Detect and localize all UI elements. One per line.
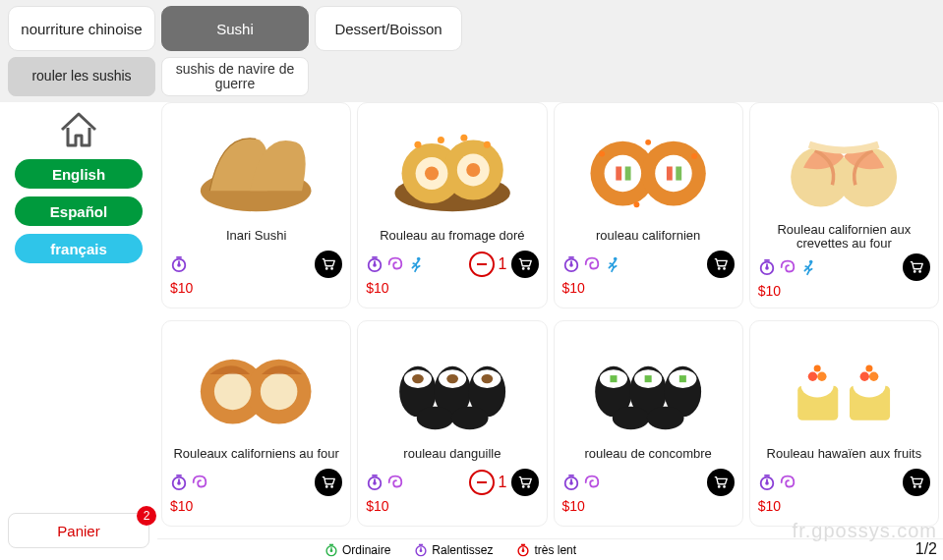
tab-dessert-drink[interactable]: Dessert/Boisson bbox=[315, 6, 462, 51]
add-to-cart-button[interactable] bbox=[903, 469, 930, 496]
product-name: rouleau de concombre bbox=[555, 439, 742, 469]
home-icon bbox=[56, 106, 101, 151]
language-english-button[interactable]: English bbox=[15, 159, 143, 189]
product-name: Rouleau californien aux crevettes au fou… bbox=[750, 221, 938, 253]
sub-tabs: rouler les sushis sushis de navire de gu… bbox=[0, 51, 943, 102]
product-card[interactable]: Rouleaux californiens au four $10 bbox=[161, 320, 351, 527]
timer-icon bbox=[516, 543, 530, 557]
product-card[interactable]: Rouleau californien aux crevettes au fou… bbox=[749, 102, 939, 308]
product-image bbox=[750, 103, 938, 221]
decrease-qty-button[interactable] bbox=[469, 470, 495, 495]
runner-icon bbox=[407, 255, 425, 273]
cart-count-badge: 2 bbox=[137, 506, 156, 526]
legend-slow: Ralentissez bbox=[414, 543, 493, 557]
timer-icon bbox=[562, 255, 580, 273]
product-qty: 1 bbox=[499, 474, 507, 491]
product-price: $10 bbox=[358, 280, 546, 302]
home-button[interactable] bbox=[56, 106, 101, 151]
language-spanish-button[interactable]: Español bbox=[15, 196, 143, 226]
runner-icon bbox=[799, 258, 817, 276]
product-image bbox=[358, 103, 546, 221]
add-to-cart-button[interactable] bbox=[315, 251, 342, 278]
product-price: $10 bbox=[750, 498, 938, 520]
runner-icon bbox=[604, 255, 621, 273]
cart-label: Panier bbox=[57, 523, 99, 539]
product-badges bbox=[758, 258, 817, 276]
product-name: Rouleaux californiens au four bbox=[162, 439, 350, 469]
product-price: $10 bbox=[750, 283, 938, 305]
swirl-icon bbox=[191, 474, 208, 491]
product-image bbox=[162, 103, 350, 221]
subtab-roll-sushi[interactable]: rouler les sushis bbox=[8, 57, 155, 96]
page-indicator: 1/2 bbox=[915, 540, 937, 558]
product-name: Rouleau au fromage doré bbox=[358, 221, 546, 251]
timer-icon bbox=[366, 474, 383, 491]
language-french-button[interactable]: français bbox=[15, 234, 143, 263]
product-badges bbox=[562, 474, 601, 491]
subtab-warship-sushi[interactable]: sushis de navire de guerre bbox=[161, 57, 309, 96]
product-name: Inari Sushi bbox=[162, 221, 350, 251]
product-image bbox=[162, 321, 350, 439]
product-image bbox=[750, 321, 938, 439]
add-to-cart-button[interactable] bbox=[903, 253, 930, 281]
product-card[interactable]: rouleau danguille 1 $10 bbox=[357, 320, 547, 527]
add-to-cart-button[interactable] bbox=[511, 251, 539, 278]
timer-icon bbox=[170, 255, 188, 273]
add-to-cart-button[interactable] bbox=[511, 469, 539, 496]
product-price: $10 bbox=[162, 498, 350, 520]
timer-icon bbox=[414, 543, 428, 557]
product-name: Rouleau hawaïen aux fruits bbox=[750, 439, 938, 469]
swirl-icon bbox=[779, 258, 796, 276]
product-badges bbox=[562, 255, 621, 273]
timer-icon bbox=[170, 474, 188, 491]
tab-sushi[interactable]: Sushi bbox=[161, 6, 309, 51]
product-image bbox=[555, 103, 742, 221]
product-card[interactable]: Rouleau hawaïen aux fruits $10 bbox=[749, 320, 939, 527]
timer-icon bbox=[366, 255, 383, 273]
swirl-icon bbox=[386, 255, 404, 273]
cart-icon bbox=[909, 475, 924, 490]
legend-veryslow: très lent bbox=[516, 543, 576, 557]
legend-ordinary: Ordinaire bbox=[324, 543, 390, 557]
main-tabs: nourriture chinoise Sushi Dessert/Boisso… bbox=[0, 0, 943, 51]
swirl-icon bbox=[779, 474, 796, 491]
product-grid: Inari Sushi $10 Rouleau au fromage doré … bbox=[157, 102, 943, 532]
swirl-icon bbox=[583, 255, 601, 273]
timer-icon bbox=[758, 474, 776, 491]
timer-icon bbox=[324, 543, 338, 557]
product-badges bbox=[170, 474, 208, 491]
tab-chinese-food[interactable]: nourriture chinoise bbox=[8, 6, 155, 51]
product-qty: 1 bbox=[499, 255, 507, 273]
timer-icon bbox=[562, 474, 580, 491]
product-price: $10 bbox=[555, 498, 742, 520]
watermark: fr.gpossys.com bbox=[793, 520, 937, 542]
product-card[interactable]: Rouleau au fromage doré 1 $10 bbox=[357, 102, 547, 308]
cart-icon bbox=[321, 475, 336, 490]
cart-button[interactable]: Panier 2 bbox=[8, 513, 149, 548]
add-to-cart-button[interactable] bbox=[707, 469, 735, 496]
product-card[interactable]: rouleau de concombre $10 bbox=[554, 320, 743, 527]
add-to-cart-button[interactable] bbox=[707, 251, 735, 278]
product-image bbox=[358, 321, 546, 439]
product-badges bbox=[366, 474, 404, 491]
timer-icon bbox=[758, 258, 776, 276]
decrease-qty-button[interactable] bbox=[469, 252, 495, 277]
cart-icon bbox=[517, 475, 533, 490]
cart-icon bbox=[321, 256, 336, 272]
product-badges bbox=[170, 255, 188, 273]
product-image bbox=[555, 321, 742, 439]
cart-icon bbox=[713, 256, 729, 272]
product-name: rouleau californien bbox=[555, 221, 742, 251]
cart-icon bbox=[517, 256, 533, 272]
product-card[interactable]: rouleau californien $10 bbox=[554, 102, 743, 308]
cart-icon bbox=[713, 475, 729, 490]
product-badges bbox=[366, 255, 425, 273]
product-price: $10 bbox=[555, 280, 742, 302]
swirl-icon bbox=[583, 474, 601, 491]
cart-icon bbox=[909, 259, 924, 275]
add-to-cart-button[interactable] bbox=[315, 469, 342, 496]
product-card[interactable]: Inari Sushi $10 bbox=[161, 102, 351, 308]
product-badges bbox=[758, 474, 796, 491]
product-price: $10 bbox=[358, 498, 546, 520]
sidebar: English Español français bbox=[0, 102, 157, 532]
